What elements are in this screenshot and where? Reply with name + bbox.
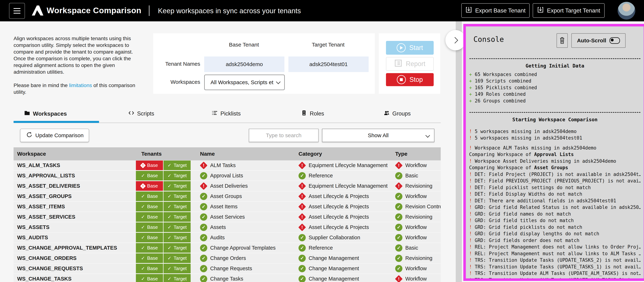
start-button[interactable]: Start [386,41,434,55]
name-cell: ✓Change Requests [200,263,294,273]
category-cell: ✓Change Management [298,263,392,273]
tenant-base-badge[interactable]: ✓Base [136,274,163,282]
status-error-icon: ! [298,182,306,190]
search-input[interactable] [249,129,318,142]
table-row[interactable]: WS_ASSET_SERVICES✓Base✓Target✓Asset Serv… [14,212,441,222]
workspace-id-cell: WS_ALM_TASKS [17,160,60,170]
base-tenant-input[interactable] [204,56,284,72]
tenant-target-badge[interactable]: ✓Target [164,274,191,282]
status-ok-icon: ✓ [200,275,207,282]
tenant-base-badge[interactable]: ✓Base [136,202,163,211]
user-avatar[interactable] [618,2,635,20]
tab-roles[interactable]: Roles [301,110,324,117]
category-cell: ✓Reference [298,171,392,181]
tab-workspaces[interactable]: Workspaces [24,110,67,117]
tab-groups[interactable]: Groups [384,110,411,117]
tab-scripts[interactable]: Scripts [128,110,154,117]
console-spacer [469,104,641,107]
table-row[interactable]: WS_ASSET_GROUPS✓Base✓Target✓Asset Groups… [14,191,441,202]
console-separator [470,58,640,59]
error-diamond-icon: ! [140,163,146,168]
tenant-base-badge[interactable]: ✓Base [136,192,163,201]
console-info-line: + 165 Picklists combined [469,84,641,91]
type-cell: ✓Workflow [395,263,441,273]
warning-mark-icon: ! [469,158,475,164]
category-cell: !Asset Lifecycle & Projects [298,222,392,232]
tenant-target-badge[interactable]: ✓Target [164,222,191,232]
tenant-target-badge[interactable]: ✓Target [164,253,191,263]
tenant-base-badge[interactable]: !Base [136,181,163,191]
status-error-icon: ! [298,192,306,200]
tenant-base-badge[interactable]: ✓Base [136,212,163,222]
tenant-target-badge[interactable]: ✓Target [164,161,191,170]
table-row[interactable]: WS_CHANGE_TASKS✓Base✓Target✓Change Tasks… [14,274,441,282]
report-button[interactable]: Report [386,57,434,71]
tenant-base-badge[interactable]: ✓Base [136,243,163,253]
category-cell: !Asset Lifecycle & Projects [298,202,392,212]
table-row[interactable]: WS_ASSETS✓Base✓Target✓Assets!Asset Lifec… [14,222,441,233]
tenant-target-badge[interactable]: ✓Target [164,181,191,191]
console-warning-line: ! DET: Field Display Widths do not match [469,191,641,197]
table-row[interactable]: WS_CHANGE_REQUESTS✓Base✓Target✓Change Re… [14,263,441,274]
play-icon [397,43,406,52]
tenant-target-badge[interactable]: ✓Target [164,233,191,242]
target-tenant-header: Target Tenant [288,42,368,48]
console-compare-line: Comparing Workspace of Asset Groups [469,164,641,171]
target-tenant-input[interactable] [288,56,368,72]
workspace-id-cell: WS_AUDITS [17,233,48,242]
status-ok-icon: ✓ [395,213,402,221]
tenant-target-badge[interactable]: ✓Target [164,264,191,273]
vertical-scrollbar[interactable] [456,21,462,282]
status-ok-icon: ✓ [200,213,207,221]
tenant-base-badge[interactable]: !Base [136,161,163,170]
stop-button[interactable]: Stop [386,73,434,86]
tab-label: Workspaces [33,110,67,117]
status-ok-icon: ✓ [395,244,402,252]
plus-mark-icon: + [469,91,475,97]
code-icon [128,110,134,117]
table-row[interactable]: WS_AUDITS✓Base✓Target✓Audits✓Supplier Co… [14,233,441,243]
warning-mark-icon: ! [469,191,475,197]
clear-console-button[interactable] [556,33,568,48]
table-row[interactable]: WS_ASSET_ITEMS✓Base✓Target✓Asset Items!A… [14,202,441,212]
console-warning-line: ! GRD: Grid fields order does not match [469,237,641,244]
export-base-tenant-button[interactable]: Export Base Tenant [461,3,530,18]
table-row[interactable]: WS_CHANGE_APPROVAL_TEMPLATES✓Base✓Target… [14,243,441,253]
tenant-base-badge[interactable]: ✓Base [136,233,163,242]
table-row[interactable]: WS_APPROVAL_LISTS✓Base✓Target✓Approval L… [14,171,441,181]
console-collapse-button[interactable] [446,30,466,50]
menu-icon[interactable] [9,3,25,19]
download-icon [537,7,544,15]
category-cell: !Equipment Lifecycle Management [298,160,392,170]
table-row[interactable]: WS_ASSET_DELIVERIES!Base✓Target!Asset De… [14,181,441,191]
tab-label: Roles [310,110,324,117]
filter-select[interactable]: Show All [322,129,434,142]
auto-scroll-button[interactable]: Auto-Scroll [571,33,626,48]
app-subtitle: Keep workspaces in sync across your tena… [158,7,301,15]
status-ok-icon: ✓ [395,265,402,272]
folder-icon [24,110,30,117]
column-header-name: Name [200,147,215,160]
type-cell: ✓Basic [395,243,441,253]
tenant-target-badge[interactable]: ✓Target [164,243,191,253]
console-warning-line: ! TRS: Transition Update ALM Tasks (UPDA… [469,277,641,278]
tenant-base-badge[interactable]: ✓Base [136,222,163,232]
status-error-icon: ! [395,162,402,169]
workspaces-select[interactable]: All Workspaces, Scripts et [204,75,285,90]
tenant-base-badge[interactable]: ✓Base [136,253,163,263]
table-row[interactable]: WS_ALM_TASKS!Base✓Target!ALM Tasks!Equip… [14,160,441,171]
tenant-base-badge[interactable]: ✓Base [136,264,163,273]
tenant-base-badge[interactable]: ✓Base [136,171,163,181]
tenant-target-badge[interactable]: ✓Target [164,171,191,181]
tenant-target-badge[interactable]: ✓Target [164,212,191,222]
console-compare-line: Comparing Workspace of Approval Lists [469,151,641,158]
table-row[interactable]: WS_CHANGE_ORDERS✓Base✓Target✓Change Orde… [14,253,441,263]
export-target-tenant-button[interactable]: Export Target Tenant [533,3,604,18]
tenant-target-badge[interactable]: ✓Target [164,192,191,201]
intro-paragraph-1: Align workspaces across multiple tenants… [14,35,144,75]
tab-picklists[interactable]: Picklists [212,110,241,117]
table-header-row: WorkspaceTenantsNameCategoryType [14,147,441,160]
tenant-target-badge[interactable]: ✓Target [164,202,191,211]
limitations-link[interactable]: limitations [69,82,92,88]
update-comparison-button[interactable]: Update Comparison [20,129,89,142]
